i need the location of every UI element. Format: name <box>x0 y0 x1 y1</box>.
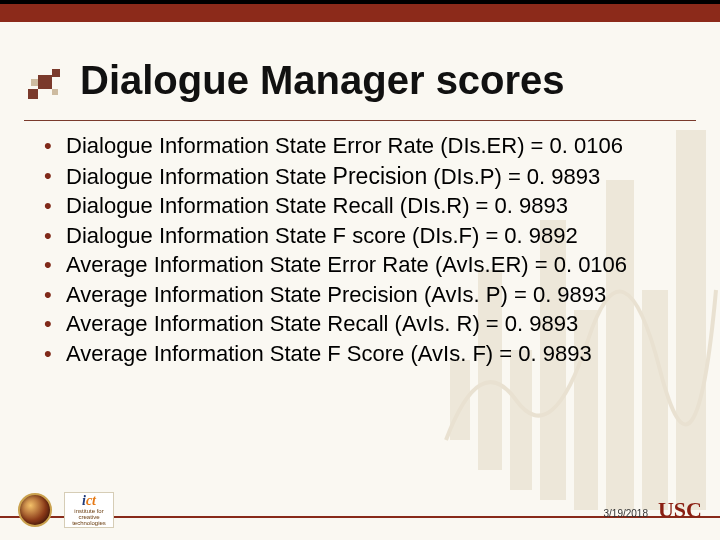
list-item: Dialogue Information State Recall (DIs.R… <box>40 192 680 220</box>
footer-date: 3/19/2018 <box>603 508 648 519</box>
content-area: Dialogue Information State Error Rate (D… <box>40 132 680 369</box>
list-item: Dialogue Information State F score (DIs.… <box>40 222 680 250</box>
usc-logo: USC <box>658 497 702 523</box>
footer: ict institute for creative technologies … <box>0 484 720 540</box>
seal-icon <box>18 493 52 527</box>
list-item: Average Information State Precision (AvI… <box>40 281 680 309</box>
footer-right: 3/19/2018 USC <box>603 497 702 523</box>
bullet-list: Dialogue Information State Error Rate (D… <box>40 132 680 367</box>
top-bar <box>0 0 720 22</box>
footer-logos: ict institute for creative technologies <box>18 492 114 528</box>
ict-logo: ict institute for creative technologies <box>64 492 114 528</box>
list-item: Average Information State Error Rate (Av… <box>40 251 680 279</box>
title-bullet-icon <box>28 65 68 105</box>
title-rule <box>24 120 696 121</box>
list-item: Dialogue Information State Error Rate (D… <box>40 132 680 160</box>
list-item: Average Information State F Score (AvIs.… <box>40 340 680 368</box>
list-item: Dialogue Information State Precision (DI… <box>40 162 680 191</box>
slide-title: Dialogue Manager scores <box>80 58 565 103</box>
svg-rect-7 <box>676 130 706 510</box>
list-item: Average Information State Recall (AvIs. … <box>40 310 680 338</box>
svg-rect-2 <box>510 350 532 490</box>
